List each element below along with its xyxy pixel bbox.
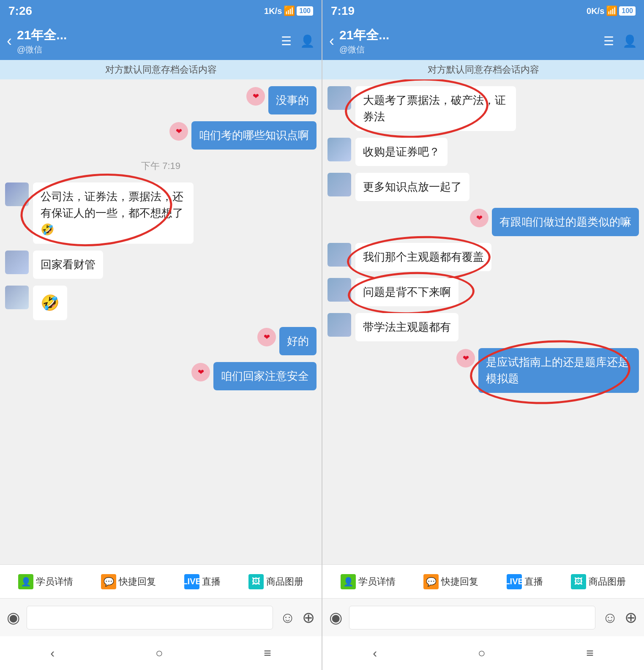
left-chat-area: ❤ 没事的 ❤ 咱们考的哪些知识点啊 下午 7:19 [0,79,322,564]
avatar [5,286,29,309]
msg-row: ❤ 好的 [5,327,317,355]
quick-reply-button[interactable]: 💬 快捷回复 [101,574,156,589]
right-status-icons: 0K/s 📶 100 [587,5,636,16]
image-icon: 🖼 [571,574,586,589]
msg-bubble: 咱们回家注意安全 [213,362,317,390]
msg-row: ❤ 咱们回家注意安全 [5,362,317,390]
left-battery: 100 [297,6,313,16]
right-product-catalog-button[interactable]: 🖼 商品图册 [571,574,626,589]
left-chat-subtitle: @微信 [17,44,276,55]
svg-text:❤: ❤ [176,127,182,136]
heart-badge-icon: ❤ [191,362,211,382]
left-status-icons: 1K/s 📶 100 [264,5,313,16]
right-emoji-button[interactable]: ☺ [602,609,618,626]
right-bottom-toolbar: 👤 学员详情 💬 快捷回复 LIVE 直播 🖼 商品图册 [322,564,644,598]
right-home-nav[interactable]: ○ [478,646,486,660]
msg-bubble: 有跟咱们做过的题类似的嘛 [492,208,639,236]
left-input-area: ◉ ☺ ⊕ [0,598,322,636]
msg-bubble: 咱们考的哪些知识点啊 [191,121,317,150]
bubble-wrapper: ❤ 好的 [257,327,317,355]
wifi-icon: 📶 [284,5,295,16]
person-icon: 👤 [341,574,356,589]
right-student-detail-button[interactable]: 👤 学员详情 [341,574,396,589]
left-menu-nav[interactable]: ≡ [264,646,271,660]
right-text-input[interactable] [349,606,595,629]
product-catalog-button[interactable]: 🖼 商品图册 [248,574,303,589]
bubble-wrapper: ❤ 咱们考的哪些知识点啊 [169,121,317,150]
left-plus-button[interactable]: ⊕ [302,609,315,626]
live-icon: LIVE [507,574,522,589]
left-bottom-toolbar: 👤 学员详情 💬 快捷回复 LIVE 直播 🖼 商品图册 [0,564,322,598]
svg-text:❤: ❤ [463,354,469,362]
bubble-wrapper: ❤ 是应试指南上的还是题库还是模拟题 [456,348,639,393]
msg-row: 我们那个主观题都有覆盖 [327,243,639,271]
msg-bubble: 大题考了票据法，破产法，证券法 [355,86,516,131]
right-chat-header: ‹ 21年全... @微信 ☰ 👤 [322,22,644,60]
right-chat-area: 大题考了票据法，破产法，证券法 收购是证券吧？ 更多知识点放一起了 [322,79,644,564]
right-menu-icon[interactable]: ☰ [603,34,614,48]
right-battery: 100 [619,6,636,16]
left-menu-icon[interactable]: ☰ [281,34,292,48]
student-detail-label: 学员详情 [36,575,73,588]
right-time: 7:19 [331,4,355,18]
live-icon: LIVE [184,574,199,589]
left-chat-header: ‹ 21年全... @微信 ☰ 👤 [0,22,322,60]
svg-text:❤: ❤ [253,92,259,101]
product-catalog-label: 商品图册 [266,575,303,588]
right-quick-reply-button[interactable]: 💬 快捷回复 [423,574,478,589]
right-product-catalog-label: 商品图册 [589,575,626,588]
live-label: 直播 [202,575,221,588]
msg-row: 带学法主观题都有 [327,313,639,341]
right-student-detail-label: 学员详情 [358,575,396,588]
left-notice-bar: 对方默认同意存档会话内容 [0,60,322,79]
svg-text:❤: ❤ [198,368,204,376]
avatar [327,313,351,337]
right-live-button[interactable]: LIVE 直播 [507,574,543,589]
msg-row: ❤ 有跟咱们做过的题类似的嘛 [327,208,639,236]
student-detail-button[interactable]: 👤 学员详情 [18,574,73,589]
left-speed: 1K/s [264,6,282,16]
right-profile-icon[interactable]: 👤 [622,34,637,48]
right-quick-reply-label: 快捷回复 [441,575,478,588]
right-phone-panel: 7:19 0K/s 📶 100 ‹ 21年全... @微信 ☰ 👤 对方默认同意… [322,0,644,670]
avatar [327,86,351,110]
chat-icon: 💬 [101,574,116,589]
heart-badge-icon: ❤ [469,208,489,228]
right-back-button[interactable]: ‹ [329,32,334,50]
quick-reply-label: 快捷回复 [119,575,156,588]
left-voice-button[interactable]: ◉ [7,609,20,626]
left-profile-icon[interactable]: 👤 [300,34,315,48]
left-back-button[interactable]: ‹ [7,32,12,50]
left-home-nav[interactable]: ○ [156,646,163,660]
msg-bubble: 问题是背不下来啊 [355,278,458,306]
bubble-wrapper: ❤ 没事的 [246,86,317,114]
heart-badge-icon: ❤ [246,86,266,106]
right-live-label: 直播 [524,575,543,588]
right-back-nav[interactable]: ‹ [373,646,377,660]
avatar [327,138,351,161]
right-voice-button[interactable]: ◉ [329,609,342,626]
left-status-bar: 7:26 1K/s 📶 100 [0,0,322,22]
avatar [5,251,29,274]
msg-row: 公司法，证券法，票据法，还有保证人的一些，都不想想了 🤣 [5,182,317,244]
msg-bubble: 好的 [279,327,317,355]
heart-badge-icon: ❤ [169,121,189,142]
left-header-icons: ☰ 👤 [281,34,315,48]
right-chat-subtitle: @微信 [339,44,598,55]
live-button[interactable]: LIVE 直播 [184,574,221,589]
left-phone-panel: 7:26 1K/s 📶 100 ‹ 21年全... @微信 ☰ 👤 对方默认同意… [0,0,322,670]
chat-icon: 💬 [423,574,439,589]
msg-row: 回家看财管 [5,251,317,279]
right-menu-nav[interactable]: ≡ [586,646,594,660]
right-notice-bar: 对方默认同意存档会话内容 [322,60,644,79]
left-time: 7:26 [8,4,32,18]
left-chat-name: 21年全... [17,27,276,44]
avatar [327,278,351,302]
msg-row: ❤ 没事的 [5,86,317,114]
right-plus-button[interactable]: ⊕ [625,609,637,626]
left-back-nav[interactable]: ‹ [50,646,55,660]
msg-row: 问题是背不下来啊 [327,278,639,306]
left-emoji-button[interactable]: ☺ [280,609,295,626]
left-text-input[interactable] [27,606,273,629]
msg-row: 更多知识点放一起了 [327,173,639,201]
